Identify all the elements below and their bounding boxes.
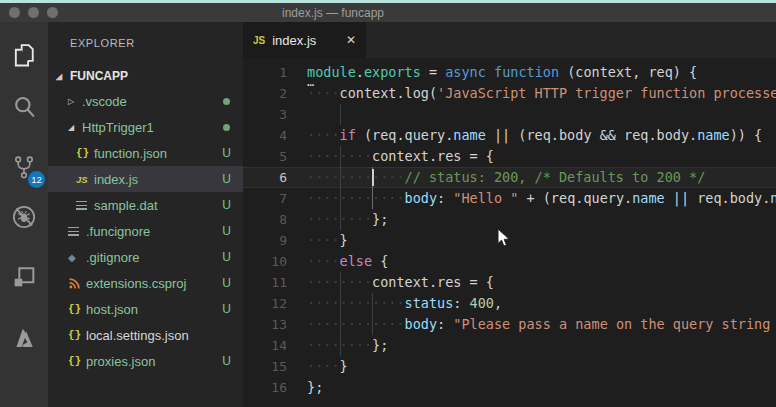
line-number[interactable]: 6: [243, 167, 287, 188]
tree-item-funcapp[interactable]: ◢FUNCAPP: [48, 64, 243, 88]
whitespace-dots: ········: [307, 211, 372, 227]
tab-bar: JS index.js ✕: [243, 22, 776, 58]
gitignore-diamond-icon: ◆: [68, 252, 86, 263]
code-text: ····context.log('JavaScript HTTP trigger…: [307, 83, 776, 104]
git-untracked-badge: U: [222, 146, 231, 160]
whitespace-dots: ········: [307, 274, 372, 290]
tree-item-function-json[interactable]: {}function.jsonU: [48, 140, 243, 166]
line-number[interactable]: 5: [243, 146, 287, 167]
tree-item-sample-dat[interactable]: sample.datU: [48, 192, 243, 218]
code-line-7[interactable]: 7············body: "Hello " + (req.query…: [243, 188, 776, 209]
line-number[interactable]: 8: [243, 209, 287, 230]
code-line-10[interactable]: 10····else {: [243, 251, 776, 272]
tree-item-label: sample.dat: [94, 198, 158, 213]
activity-item-search[interactable]: [9, 92, 39, 122]
code-line-4[interactable]: 4····if (req.query.name || (req.body && …: [243, 125, 776, 146]
line-number[interactable]: 15: [243, 356, 287, 377]
code-line-12[interactable]: 12············status: 400,: [243, 293, 776, 314]
close-tab-icon[interactable]: ✕: [346, 33, 356, 47]
line-number[interactable]: 7: [243, 188, 287, 209]
whitespace-dots: ····: [307, 127, 340, 143]
code-line-1[interactable]: 1module.exports = async function (contex…: [243, 62, 776, 83]
activity-item-extensions[interactable]: [9, 262, 39, 292]
text-lines-icon: [76, 201, 94, 210]
scm-changes-badge: 12: [28, 171, 45, 188]
debug-crossed-bug-icon: [9, 203, 39, 231]
vscode-window: index.js — funcapp 12 EXPLORER ◢FUNCAPP▷…: [0, 0, 776, 407]
git-untracked-badge: U: [222, 276, 231, 290]
code-text: ········context.res = {: [307, 146, 494, 167]
line-number[interactable]: 4: [243, 125, 287, 146]
chevron-collapsed-icon: ▷: [68, 97, 82, 106]
line-number[interactable]: 12: [243, 293, 287, 314]
azure-icon: [9, 323, 39, 351]
indent-guide: [340, 104, 341, 125]
code-line-5[interactable]: 5········context.res = {: [243, 146, 776, 167]
code-text: ····}: [307, 356, 348, 377]
line-number[interactable]: 16: [243, 377, 287, 398]
line-number[interactable]: 3: [243, 104, 287, 125]
code-line-14[interactable]: 14········};: [243, 335, 776, 356]
git-untracked-badge: U: [222, 172, 231, 186]
code-line-16[interactable]: 16};: [243, 377, 776, 398]
tree-item-host-json[interactable]: {}host.jsonU: [48, 296, 243, 322]
tree-item-httptrigger1[interactable]: ◢HttpTrigger1: [48, 114, 243, 140]
tree-item--vscode[interactable]: ▷.vscode: [48, 88, 243, 114]
line-number[interactable]: 9: [243, 230, 287, 251]
traffic-lights: [0, 7, 58, 18]
activity-item-explorer[interactable]: [9, 40, 39, 70]
line-number[interactable]: 1: [243, 62, 287, 83]
json-braces-icon: {}: [68, 355, 86, 367]
line-number[interactable]: 13: [243, 314, 287, 335]
code-line-6[interactable]: 6············// status: 200, /* Defaults…: [243, 167, 776, 188]
code-text: module.exports = async function (context…: [307, 62, 697, 83]
tree-item--gitignore[interactable]: ◆.gitignoreU: [48, 244, 243, 270]
activity-item-debug[interactable]: [9, 202, 39, 232]
whitespace-dots: ········: [307, 148, 372, 164]
files-icon: [9, 41, 39, 69]
code-text: ············body: "Please pass a name on…: [307, 314, 776, 335]
sidebar-title: EXPLORER: [48, 22, 243, 64]
tree-item-label: .funcignore: [86, 224, 150, 239]
tab-index-js[interactable]: JS index.js ✕: [243, 22, 366, 58]
code-text: ············// status: 200, /* Defaults …: [307, 167, 705, 188]
code-text: ············body: "Hello " + (req.query.…: [307, 188, 776, 209]
whitespace-dots: ········: [307, 337, 372, 353]
code-text: ····if (req.query.name || (req.body && r…: [307, 125, 762, 146]
line-number[interactable]: 11: [243, 272, 287, 293]
line-number[interactable]: 14: [243, 335, 287, 356]
git-untracked-badge: U: [222, 250, 231, 264]
tree-item-label: proxies.json: [86, 354, 155, 369]
text-caret: [372, 169, 374, 186]
tree-item--funcignore[interactable]: .funcignoreU: [48, 218, 243, 244]
code-text: };: [307, 377, 323, 398]
titlebar: index.js — funcapp: [0, 3, 776, 22]
tree-item-local-settings-json[interactable]: {}local.settings.json: [48, 322, 243, 348]
tree-item-proxies-json[interactable]: {}proxies.jsonU: [48, 348, 243, 374]
git-untracked-badge: U: [222, 198, 231, 212]
mouse-cursor: [497, 228, 511, 248]
zoom-window-button[interactable]: [47, 7, 58, 18]
git-untracked-badge: U: [222, 354, 231, 368]
code-line-15[interactable]: 15····}: [243, 356, 776, 377]
tree-item-extensions-csproj[interactable]: extensions.csprojU: [48, 270, 243, 296]
tree-item-index-js[interactable]: JSindex.jsU: [48, 166, 243, 192]
line-number[interactable]: 2: [243, 83, 287, 104]
line-number[interactable]: 10: [243, 251, 287, 272]
activity-item-azure[interactable]: [9, 322, 39, 352]
whitespace-dots: ············: [307, 316, 405, 332]
file-tree: ◢FUNCAPP▷.vscode◢HttpTrigger1{}function.…: [48, 64, 243, 374]
code-line-11[interactable]: 11········context.res = {: [243, 272, 776, 293]
whitespace-dots: ····: [307, 253, 340, 269]
close-window-button[interactable]: [9, 7, 20, 18]
json-braces-icon: {}: [76, 147, 94, 159]
chevron-expanded-icon: ◢: [68, 123, 82, 132]
code-line-2[interactable]: 2····context.log('JavaScript HTTP trigge…: [243, 83, 776, 104]
whitespace-dots: ····: [307, 358, 340, 374]
code-line-3[interactable]: 3: [243, 104, 776, 125]
code-line-13[interactable]: 13············body: "Please pass a name …: [243, 314, 776, 335]
whitespace-dots: ············: [307, 295, 405, 311]
minimize-window-button[interactable]: [28, 7, 39, 18]
code-line-8[interactable]: 8········};: [243, 209, 776, 230]
activity-item-source-control[interactable]: 12: [9, 152, 39, 182]
